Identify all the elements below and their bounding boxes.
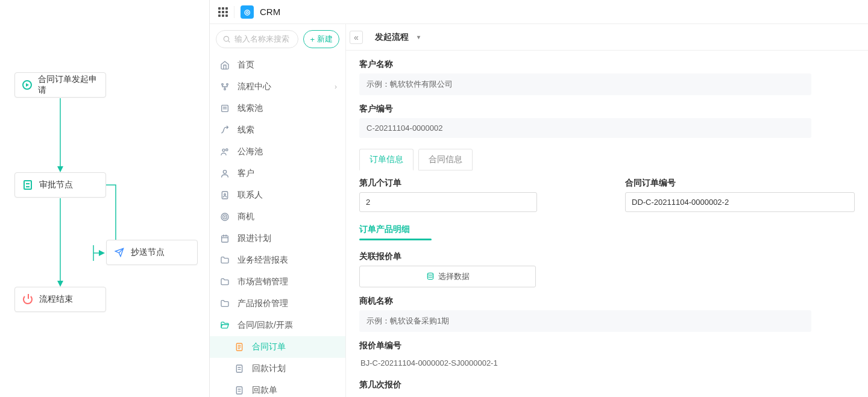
apps-launcher-icon[interactable]: [218, 7, 228, 17]
input-contract-order-no[interactable]: [625, 192, 855, 212]
sidebar-item-label: 跟进计划: [237, 233, 271, 244]
label-oppty-name: 商机名称: [359, 296, 811, 307]
sidebar-item-label: 联系人: [237, 190, 263, 201]
svg-rect-30: [236, 365, 242, 372]
chevron-right-icon: ›: [335, 83, 337, 91]
flow-icon: [219, 82, 230, 92]
label-contract-order-no: 合同订单编号: [625, 178, 855, 189]
flow-node-label: 抄送节点: [131, 247, 165, 258]
sidebar-item-3[interactable]: 线索: [210, 119, 345, 141]
svg-point-21: [224, 216, 225, 217]
sidebar-item-5[interactable]: 客户: [210, 163, 345, 184]
chevron-down-icon: ▾: [417, 34, 420, 40]
folder-open-icon: [219, 320, 230, 330]
sidebar-item-label: 市场营销管理: [237, 277, 288, 287]
flow-node-end[interactable]: 流程结束: [14, 287, 106, 312]
sidebar-item-4[interactable]: 公海池: [210, 141, 345, 163]
list-icon: [219, 104, 230, 113]
folder-icon: [219, 255, 230, 265]
search-input[interactable]: 输入名称来搜索: [216, 30, 298, 48]
value-customer-no: C-20211104-0000002: [359, 118, 811, 138]
svg-rect-22: [222, 236, 228, 242]
content-area: « 发起流程 ▾ 客户名称 示例：帆软软件有限公司 客户编号 C-2021110…: [346, 24, 868, 397]
label-quote-index: 第几次报价: [359, 380, 811, 390]
plus-icon: +: [310, 35, 315, 44]
flow-node-start[interactable]: 合同订单发起申请: [14, 72, 106, 98]
sidebar-item-label: 客户: [237, 168, 254, 179]
contact-icon: [219, 190, 230, 200]
label-quote-no: 报价单编号: [359, 340, 811, 351]
svg-marker-3: [57, 281, 63, 287]
svg-point-15: [226, 149, 228, 151]
sidebar-item-11[interactable]: 产品报价管理: [210, 293, 345, 314]
power-icon: [22, 294, 33, 305]
sidebar-child-0[interactable]: 合同订单: [210, 336, 345, 358]
select-data-button[interactable]: 选择数据: [359, 266, 536, 287]
tab-1[interactable]: 合同信息: [418, 149, 473, 170]
svg-point-16: [223, 170, 226, 173]
sidebar-child-2[interactable]: 回款单: [210, 380, 345, 397]
user-icon: [219, 169, 230, 178]
sidebar-item-label: 回款单: [252, 385, 277, 396]
workflow-dropdown[interactable]: 发起流程 ▾: [369, 32, 426, 43]
doc2-icon: [234, 386, 245, 395]
home-icon: [219, 60, 230, 70]
flow-node-approve[interactable]: 审批节点: [14, 172, 106, 198]
target-icon: [219, 212, 230, 222]
search-placeholder: 输入名称来搜索: [234, 34, 289, 45]
value-quote-index: 1: [359, 394, 811, 397]
sidebar-item-label: 公海池: [237, 146, 263, 157]
sidebar: 输入名称来搜索 + 新建 首页 流程中心 › 线索池 线索 公海池 客户 联系人…: [210, 24, 346, 397]
search-icon: [222, 35, 231, 43]
workflow-dropdown-label: 发起流程: [375, 32, 409, 43]
app-title: CRM: [260, 7, 280, 17]
new-button-label: 新建: [317, 34, 333, 45]
sidebar-item-label: 产品报价管理: [237, 298, 288, 309]
topbar: ◎ CRM: [210, 0, 868, 24]
svg-point-18: [224, 193, 226, 195]
send-icon: [114, 247, 125, 258]
label-order-index: 第几个订单: [359, 178, 589, 189]
sidebar-item-label: 线索池: [237, 103, 263, 114]
sidebar-item-10[interactable]: 市场营销管理: [210, 271, 345, 293]
sidebar-item-2[interactable]: 线索池: [210, 98, 345, 119]
label-link-quote: 关联报价单: [359, 251, 811, 262]
divider: [234, 6, 234, 18]
sidebar-item-label: 业务经营报表: [237, 255, 288, 266]
doc2-icon: [234, 364, 245, 374]
sidebar-item-0[interactable]: 首页: [210, 54, 345, 76]
doc-icon: [234, 342, 245, 352]
flow-node-cc[interactable]: 抄送节点: [106, 240, 198, 265]
people-icon: [219, 147, 230, 157]
workflow-diagram: 合同订单发起申请 审批节点 抄送节点 流程结束: [0, 0, 210, 397]
sidebar-item-12[interactable]: 合同/回款/开票: [210, 314, 345, 336]
sidebar-child-1[interactable]: 回款计划: [210, 358, 345, 380]
sidebar-item-label: 回款计划: [252, 363, 286, 374]
new-button[interactable]: + 新建: [303, 30, 339, 48]
play-icon: [22, 80, 32, 90]
sidebar-item-9[interactable]: 业务经营报表: [210, 249, 345, 271]
label-customer-no: 客户编号: [359, 104, 811, 114]
sidebar-item-label: 流程中心: [237, 81, 271, 92]
tab-0[interactable]: 订单信息: [359, 149, 414, 170]
svg-marker-4: [99, 250, 105, 256]
sidebar-item-1[interactable]: 流程中心 ›: [210, 76, 345, 98]
value-customer-name: 示例：帆软软件有限公司: [359, 73, 811, 95]
sidebar-item-label: 合同订单: [252, 342, 286, 352]
document-icon: [22, 180, 33, 190]
value-oppty-name: 示例：帆软设备采购1期: [359, 310, 811, 332]
collapse-sidebar-button[interactable]: «: [350, 31, 363, 44]
input-order-index[interactable]: [359, 192, 537, 212]
svg-point-36: [427, 273, 433, 275]
sidebar-item-7[interactable]: 商机: [210, 206, 345, 228]
folder-icon: [219, 299, 230, 308]
sidebar-item-label: 商机: [237, 211, 254, 222]
flow-node-label: 合同订单发起申请: [38, 74, 98, 96]
sidebar-item-8[interactable]: 跟进计划: [210, 228, 345, 249]
database-icon: [426, 272, 435, 281]
sidebar-item-6[interactable]: 联系人: [210, 184, 345, 206]
app-logo-icon: ◎: [241, 5, 254, 19]
folder-icon: [219, 277, 230, 287]
select-data-label: 选择数据: [438, 271, 470, 282]
svg-point-14: [222, 149, 225, 151]
